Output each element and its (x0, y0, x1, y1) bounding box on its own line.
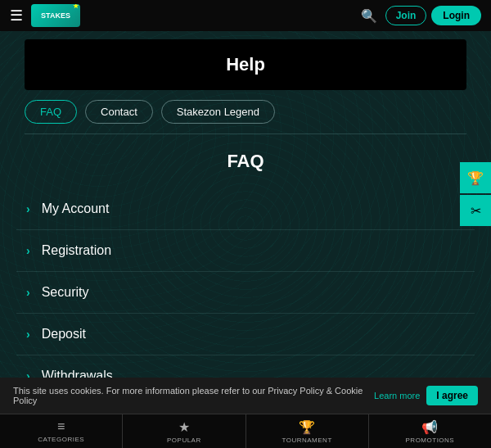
scissors-button[interactable]: ✂ (460, 195, 491, 226)
faq-item-label: Deposit (42, 327, 86, 342)
faq-item-my-account[interactable]: › My Account (16, 188, 475, 230)
faq-item-label: Registration (42, 243, 111, 258)
cookie-learn-more[interactable]: Learn more (374, 391, 420, 400)
tab-stakezon-legend[interactable]: Stakezon Legend (161, 100, 275, 124)
nav-tournament[interactable]: 🏆 TOURNAMENT (246, 414, 369, 448)
help-title: Help (39, 54, 452, 75)
logo-container: STAKES (31, 4, 80, 27)
chevron-icon: › (26, 244, 30, 257)
faq-item-label: My Account (42, 201, 110, 216)
chevron-icon: › (26, 328, 30, 341)
tab-contact[interactable]: Contact (85, 100, 153, 124)
header-right: 🔍 Join Login (358, 5, 481, 27)
header: ☰ STAKES 🔍 Join Login (0, 0, 491, 31)
header-left: ☰ STAKES (10, 4, 80, 27)
side-buttons: 🏆 ✂ (460, 162, 491, 226)
nav-categories[interactable]: ≡ CATEGORIES (0, 414, 123, 448)
faq-item-deposit[interactable]: › Deposit (16, 314, 475, 355)
categories-label: CATEGORIES (38, 436, 84, 443)
faq-section-title: FAQ (0, 134, 491, 188)
bottom-nav: ≡ CATEGORIES ★ POPULAR 🏆 TOURNAMENT 📢 PR… (0, 414, 491, 448)
tab-faq[interactable]: FAQ (25, 100, 77, 124)
chevron-icon: › (26, 286, 30, 299)
categories-icon: ≡ (57, 419, 65, 434)
popular-label: POPULAR (167, 437, 201, 444)
cookie-text: This site uses cookies. For more informa… (13, 386, 367, 405)
cookie-bar: This site uses cookies. For more informa… (0, 378, 491, 414)
faq-list: › My Account › Registration › Security ›… (0, 188, 491, 397)
promotions-icon: 📢 (421, 419, 438, 435)
login-button[interactable]: Login (431, 6, 481, 25)
nav-popular[interactable]: ★ POPULAR (123, 414, 246, 448)
faq-item-label: Security (42, 285, 89, 300)
tab-buttons: FAQ Contact Stakezon Legend (0, 90, 491, 133)
chevron-icon: › (26, 202, 30, 215)
help-banner: Help (25, 39, 466, 90)
faq-item-registration[interactable]: › Registration (16, 230, 475, 272)
nav-promotions[interactable]: 📢 PROMOTIONS (369, 414, 491, 448)
popular-icon: ★ (178, 419, 190, 435)
join-button[interactable]: Join (385, 6, 427, 25)
logo-image: STAKES (31, 4, 80, 27)
cookie-agree-button[interactable]: I agree (426, 386, 478, 405)
tournament-label: TOURNAMENT (282, 437, 331, 444)
faq-item-security[interactable]: › Security (16, 272, 475, 314)
trophy-button[interactable]: 🏆 (460, 162, 491, 193)
search-button[interactable]: 🔍 (358, 5, 381, 27)
content-area: Help FAQ Contact Stakezon Legend FAQ › M… (0, 31, 491, 448)
promotions-label: PROMOTIONS (406, 437, 455, 444)
hamburger-icon[interactable]: ☰ (10, 7, 23, 25)
tournament-icon: 🏆 (299, 419, 315, 435)
